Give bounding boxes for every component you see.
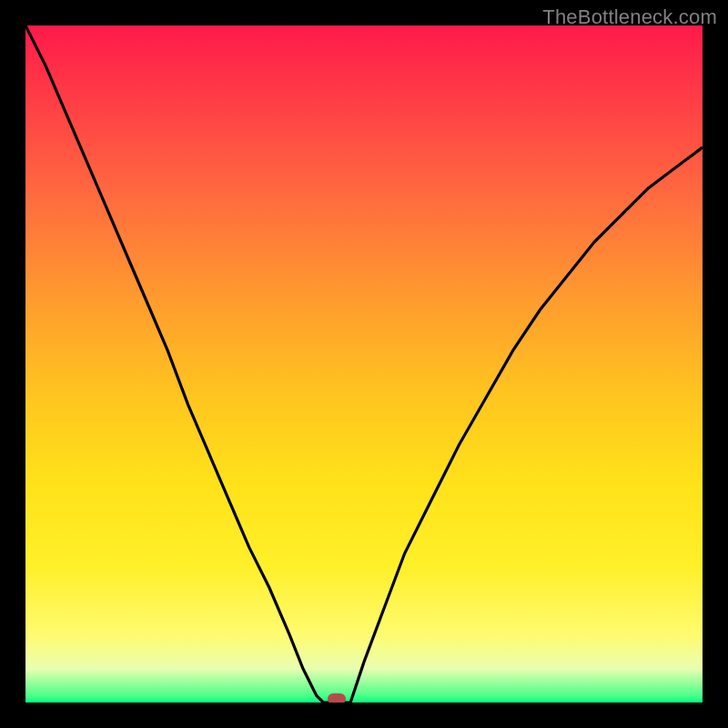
- curve-layer: [25, 25, 703, 703]
- chart-frame: TheBottleneck.com: [0, 0, 728, 728]
- watermark-text: TheBottleneck.com: [542, 5, 717, 29]
- bottleneck-curve: [25, 25, 703, 703]
- plot-area: [25, 25, 703, 703]
- optimum-marker: [328, 693, 346, 703]
